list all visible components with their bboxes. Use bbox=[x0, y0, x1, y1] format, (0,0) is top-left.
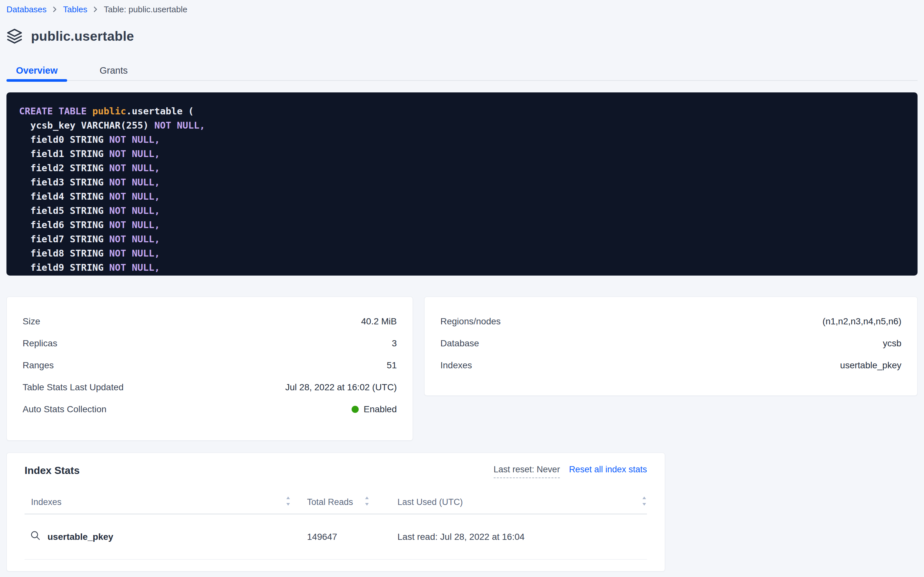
stat-value: (n1,n2,n3,n4,n5,n6) bbox=[823, 316, 902, 327]
stat-row-auto-stats: Auto Stats Collection Enabled bbox=[22, 398, 397, 420]
index-name[interactable]: usertable_pkey bbox=[47, 532, 113, 542]
page-title: public.usertable bbox=[31, 29, 134, 44]
stat-label: Auto Stats Collection bbox=[22, 404, 106, 414]
stat-value: 51 bbox=[387, 360, 397, 371]
chevron-right-icon bbox=[93, 6, 98, 13]
table-detail-page: Databases Tables Table: public.usertable… bbox=[0, 0, 924, 577]
sort-arrows-icon[interactable] bbox=[641, 495, 647, 510]
tab-bar: Overview Grants bbox=[6, 61, 918, 81]
stat-label: Database bbox=[440, 338, 479, 348]
enabled-status-dot bbox=[352, 406, 359, 413]
sort-arrows-icon[interactable] bbox=[364, 495, 370, 510]
details-section: Size 40.2 MiB Replicas 3 Ranges 51 Table… bbox=[6, 297, 918, 441]
stat-row-ranges: Ranges 51 bbox=[22, 355, 397, 376]
last-reset-label: Last reset: Never bbox=[493, 464, 560, 478]
tab-grants[interactable]: Grants bbox=[86, 61, 141, 80]
page-header: public.usertable bbox=[6, 26, 918, 46]
index-stats-card: Index Stats Last reset: Never Reset all … bbox=[6, 453, 665, 572]
stat-row-database: Database ycsb bbox=[440, 332, 902, 355]
reset-index-stats-link[interactable]: Reset all index stats bbox=[569, 464, 647, 475]
breadcrumb-link-databases[interactable]: Databases bbox=[6, 5, 47, 15]
create-table-statement: CREATE TABLE public.usertable ( ycsb_key… bbox=[6, 92, 918, 276]
stat-value: ycsb bbox=[883, 338, 902, 348]
stat-value: Enabled bbox=[352, 404, 397, 414]
stat-label: Ranges bbox=[22, 360, 54, 371]
index-table-row[interactable]: usertable_pkey 149647 Last read: Jul 28,… bbox=[24, 514, 647, 559]
table-details-card: Size 40.2 MiB Replicas 3 Ranges 51 Table… bbox=[6, 297, 413, 441]
breadcrumb-current: Table: public.usertable bbox=[104, 5, 187, 15]
column-label: Last Used (UTC) bbox=[397, 497, 463, 507]
stat-label: Regions/nodes bbox=[440, 316, 501, 327]
column-label: Indexes bbox=[31, 497, 62, 507]
breadcrumb: Databases Tables Table: public.usertable bbox=[6, 3, 918, 16]
stat-label: Size bbox=[22, 316, 40, 327]
sort-arrows-icon[interactable] bbox=[285, 495, 291, 510]
index-stats-header: Index Stats Last reset: Never Reset all … bbox=[24, 463, 647, 478]
status-text: Enabled bbox=[363, 404, 397, 414]
index-table-header: Indexes Total Reads Last Used (UTC) bbox=[24, 490, 647, 514]
stat-label: Replicas bbox=[22, 338, 57, 348]
total-reads-cell: 149647 bbox=[307, 532, 397, 542]
column-header-indexes[interactable]: Indexes bbox=[24, 495, 307, 510]
index-stats-title: Index Stats bbox=[24, 464, 80, 477]
stat-value: Jul 28, 2022 at 16:02 (UTC) bbox=[285, 382, 397, 393]
stat-row-replicas: Replicas 3 bbox=[22, 332, 397, 355]
stat-label: Table Stats Last Updated bbox=[22, 382, 124, 393]
stat-row-regions: Regions/nodes (n1,n2,n3,n4,n5,n6) bbox=[440, 311, 902, 332]
layers-icon bbox=[6, 28, 22, 44]
stat-row-stats-updated: Table Stats Last Updated Jul 28, 2022 at… bbox=[22, 376, 397, 398]
search-icon bbox=[30, 530, 41, 543]
index-name-cell[interactable]: usertable_pkey bbox=[24, 530, 307, 543]
chevron-right-icon bbox=[52, 6, 57, 13]
stat-value: usertable_pkey bbox=[840, 360, 902, 371]
column-header-last-used[interactable]: Last Used (UTC) bbox=[397, 495, 647, 510]
column-header-total-reads[interactable]: Total Reads bbox=[307, 495, 397, 510]
stat-row-indexes: Indexes usertable_pkey bbox=[440, 355, 902, 376]
stat-label: Indexes bbox=[440, 360, 472, 371]
column-label: Total Reads bbox=[307, 497, 353, 507]
tab-overview[interactable]: Overview bbox=[6, 61, 67, 80]
table-meta-card: Regions/nodes (n1,n2,n3,n4,n5,n6) Databa… bbox=[424, 297, 918, 396]
reset-controls: Last reset: Never Reset all index stats bbox=[493, 464, 647, 478]
stat-row-size: Size 40.2 MiB bbox=[22, 311, 397, 332]
stat-value: 3 bbox=[392, 338, 397, 348]
breadcrumb-link-tables[interactable]: Tables bbox=[63, 5, 87, 15]
last-used-cell: Last read: Jul 28, 2022 at 16:04 bbox=[397, 532, 647, 542]
stat-value: 40.2 MiB bbox=[361, 316, 397, 327]
